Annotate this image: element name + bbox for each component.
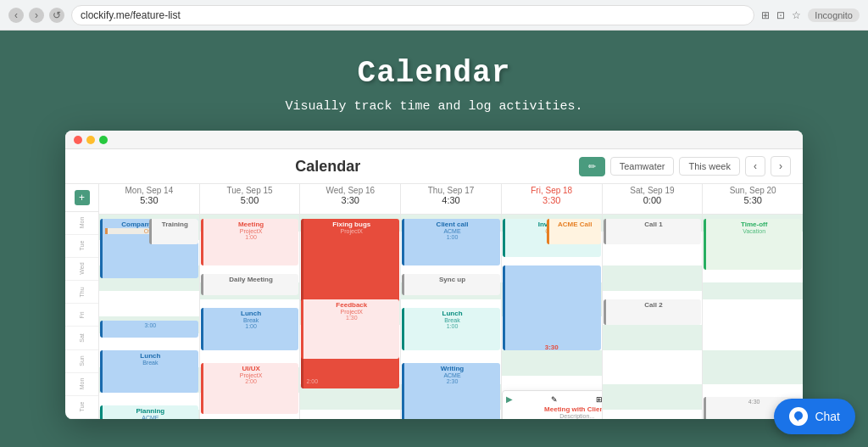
- url-text: clockify.me/feature-list: [81, 9, 181, 21]
- forward-button[interactable]: ›: [29, 8, 44, 23]
- day-hours-thursday: 4:30: [401, 195, 501, 205]
- event-sync-up[interactable]: Sync up: [402, 274, 500, 295]
- event-lunch-break-mon[interactable]: Lunch Break: [100, 350, 198, 393]
- avail-block: [603, 384, 703, 410]
- chat-icon: [789, 407, 808, 426]
- day-header-tuesday: Tue, Sep 15 5:00: [200, 184, 300, 215]
- browser-bar: ‹ › ↺ clockify.me/feature-list ⊞ ⊡ ☆ Inc…: [0, 0, 868, 31]
- day-name-sunday: Sun, Sep 20: [703, 186, 803, 195]
- day-header-sunday: Sun, Sep 20 5:30: [703, 184, 803, 215]
- chat-label: Chat: [815, 410, 840, 423]
- day-header-saturday: Sat, Sep 19 0:00: [603, 184, 703, 215]
- event-planning[interactable]: Planning ACME: [100, 405, 198, 419]
- event-uiux[interactable]: UI/UX ProjectX 2:00: [201, 363, 299, 414]
- event-time-330: 3:30: [503, 342, 601, 353]
- day-name-saturday: Sat, Sep 19: [603, 186, 703, 195]
- event-time-off[interactable]: Time-off Vacation: [704, 219, 802, 270]
- sidebar-row-5: Fri: [65, 304, 98, 327]
- day-col-thursday: Thu, Sep 17 4:30 Client call ACME 1:00: [401, 184, 502, 419]
- day-col-sunday: Sun, Sep 20 5:30 Time-off Vacation: [703, 184, 803, 419]
- calendar-app: Calendar ✏ Teamwater This week ‹ › + Mon: [65, 149, 803, 419]
- avail-block: [502, 350, 602, 376]
- meeting-event-name: Meeting with Clients: [506, 405, 603, 413]
- icon-button[interactable]: ✏: [579, 157, 605, 176]
- cast-icon: ⊡: [776, 9, 785, 21]
- day-header-wednesday: Wed, Sep 16 3:30: [300, 184, 400, 215]
- thisweek-button[interactable]: This week: [679, 157, 740, 176]
- teamwater-button[interactable]: Teamwater: [610, 157, 675, 176]
- day-header-monday: Mon, Sep 14 5:30: [99, 184, 199, 215]
- duplicate-icon[interactable]: ⊞: [596, 395, 602, 404]
- day-hours-saturday: 0:00: [603, 195, 703, 205]
- event-training[interactable]: Training: [149, 219, 198, 244]
- avail-block: [703, 282, 803, 299]
- sidebar-row-1: Mon: [65, 212, 98, 235]
- sidebar-row-6: Sat: [65, 327, 98, 349]
- avail-block: [603, 325, 703, 350]
- chat-button[interactable]: Chat: [774, 399, 855, 434]
- day-body-friday: Invoicing Office ACME Call 3:30: [502, 215, 602, 419]
- day-hours-monday: 5:30: [99, 195, 199, 205]
- refresh-button[interactable]: ↺: [49, 8, 64, 23]
- minimize-dot[interactable]: [86, 136, 95, 144]
- calendar-header: Calendar ✏ Teamwater This week ‹ ›: [65, 149, 803, 184]
- sidebar-add-header: +: [65, 184, 98, 212]
- day-col-saturday: Sat, Sep 19 0:00 Call 1: [603, 184, 704, 419]
- edit-icon[interactable]: ✎: [551, 395, 558, 404]
- event-meeting-projectx[interactable]: Meeting ProjectX 1:00: [201, 219, 299, 265]
- day-name-tuesday: Tue, Sep 15: [200, 186, 300, 195]
- event-feedback[interactable]: Feedback ProjectX 1:30: [301, 299, 399, 359]
- svg-marker-1: [796, 419, 798, 422]
- meeting-popup-header: ▶ ✎ ⊞ ✕: [506, 394, 603, 404]
- day-col-friday: Fri, Sep 18 3:30 Invoicing Office: [502, 184, 603, 419]
- event-daily-meeting[interactable]: Daily Meeting: [201, 274, 299, 295]
- event-call1[interactable]: Call 1: [604, 219, 702, 244]
- prev-week-button[interactable]: ‹: [745, 156, 765, 176]
- day-columns: Mon, Sep 14 5:30 Company training: [99, 184, 803, 419]
- event-client-call[interactable]: Client call ACME 1:00: [402, 219, 500, 265]
- event-writing[interactable]: Writing ACME 2:30: [402, 363, 500, 419]
- browser-right: ⊞ ⊡ ☆ Incognito: [761, 8, 860, 22]
- day-body-saturday: Call 1 Call 2: [603, 215, 703, 419]
- event-3h[interactable]: 3:00: [100, 321, 198, 338]
- close-dot[interactable]: [74, 136, 82, 144]
- day-body-tuesday: Meeting ProjectX 1:00 Daily Meeting Lunc…: [200, 215, 300, 419]
- svg-point-0: [794, 411, 803, 420]
- maximize-dot[interactable]: [99, 136, 108, 144]
- next-week-button[interactable]: ›: [771, 156, 791, 176]
- day-name-wednesday: Wed, Sep 16: [300, 186, 400, 195]
- day-body-thursday: Client call ACME 1:00 Sync up Lunch Brea…: [401, 215, 501, 419]
- event-lunch-tue[interactable]: Lunch Break 1:00: [201, 308, 299, 350]
- day-header-friday: Fri, Sep 18 3:30: [502, 184, 602, 215]
- event-call2[interactable]: Call 2: [604, 299, 702, 325]
- day-body-monday: Company training Office Training 3:00 Lu…: [99, 215, 199, 419]
- avail-block: [603, 265, 703, 291]
- sidebar-row-8: Mon: [65, 373, 98, 396]
- day-name-thursday: Thu, Sep 17: [401, 186, 501, 195]
- event-acme-call[interactable]: ACME Call: [547, 219, 601, 244]
- sidebar-row-9: Tue: [65, 396, 98, 419]
- extensions-icon: ⊞: [761, 9, 770, 21]
- event-lunch-thu[interactable]: Lunch Break 1:00: [402, 308, 500, 350]
- back-button[interactable]: ‹: [8, 8, 24, 23]
- sidebar-row-2: Tue: [65, 235, 98, 258]
- calendar-title: Calendar: [77, 158, 579, 176]
- day-body-wednesday: Fixing bugs ProjectX 2:00 Feedback Proje…: [300, 215, 400, 419]
- star-icon: ☆: [792, 9, 801, 21]
- address-bar[interactable]: clockify.me/feature-list: [71, 5, 754, 25]
- sidebar-row-3: Wed: [65, 258, 98, 281]
- play-icon[interactable]: ▶: [506, 394, 513, 404]
- day-header-thursday: Thu, Sep 17 4:30: [401, 184, 501, 215]
- page-content: Calendar Visually track time and log act…: [0, 31, 868, 427]
- day-hours-wednesday: 3:30: [300, 195, 400, 205]
- event-large-fri[interactable]: [503, 265, 601, 350]
- day-hours-tuesday: 5:00: [200, 195, 300, 205]
- header-controls: ✏ Teamwater This week ‹ ›: [579, 156, 791, 176]
- page-title: Calendar: [17, 56, 851, 91]
- window-titlebar: [65, 131, 803, 149]
- day-col-wednesday: Wed, Sep 16 3:30 Fixing bugs ProjectX 2:…: [300, 184, 401, 419]
- meeting-popup[interactable]: ▶ ✎ ⊞ ✕ Meeting with Clients Description…: [502, 390, 603, 419]
- add-entry-button[interactable]: +: [75, 190, 90, 205]
- meeting-event-sub: Description...: [506, 413, 603, 419]
- day-body-sunday: Time-off Vacation 4:30: [703, 215, 803, 419]
